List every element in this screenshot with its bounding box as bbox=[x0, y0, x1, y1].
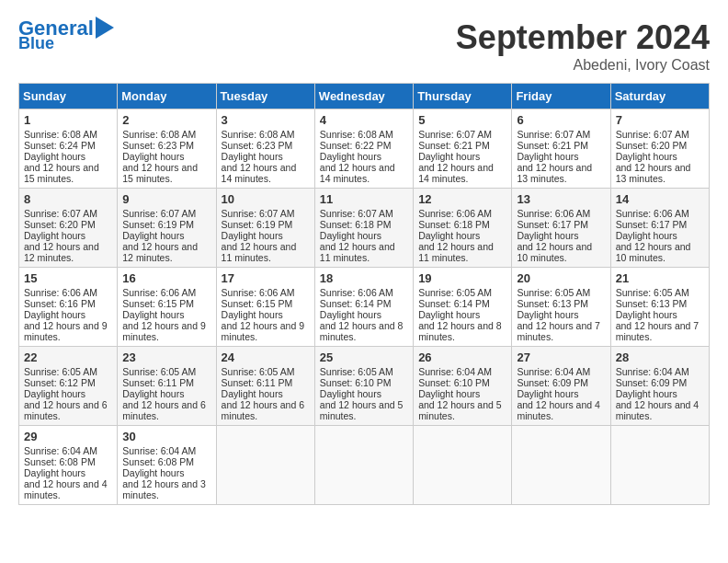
calendar-cell: 11Sunrise: 6:07 AMSunset: 6:18 PMDayligh… bbox=[314, 189, 413, 268]
page-header: General Blue September 2024 Abedeni, Ivo… bbox=[18, 18, 710, 74]
day-number: 4 bbox=[320, 113, 408, 127]
day-number: 23 bbox=[122, 350, 210, 364]
day-number: 25 bbox=[320, 350, 408, 364]
weekday-header-monday: Monday bbox=[118, 84, 216, 109]
day-number: 14 bbox=[616, 192, 704, 206]
calendar-cell: 6Sunrise: 6:07 AMSunset: 6:21 PMDaylight… bbox=[512, 109, 610, 189]
day-number: 22 bbox=[24, 350, 112, 364]
calendar-cell: 9Sunrise: 6:07 AMSunset: 6:19 PMDaylight… bbox=[118, 189, 216, 268]
logo-arrow-icon bbox=[96, 17, 114, 39]
day-number: 26 bbox=[418, 350, 506, 364]
day-number: 18 bbox=[320, 271, 408, 285]
day-number: 6 bbox=[517, 113, 605, 127]
day-number: 1 bbox=[24, 113, 112, 127]
calendar-cell bbox=[512, 426, 610, 505]
day-number: 29 bbox=[24, 430, 112, 443]
day-number: 20 bbox=[517, 271, 605, 285]
calendar-table: SundayMondayTuesdayWednesdayThursdayFrid… bbox=[18, 83, 710, 505]
calendar-cell: 30Sunrise: 6:04 AMSunset: 6:08 PMDayligh… bbox=[118, 426, 216, 505]
calendar-cell: 24Sunrise: 6:05 AMSunset: 6:11 PMDayligh… bbox=[216, 347, 314, 426]
calendar-cell: 7Sunrise: 6:07 AMSunset: 6:20 PMDaylight… bbox=[610, 109, 709, 189]
logo-text-blue: Blue bbox=[18, 35, 54, 52]
day-number: 30 bbox=[122, 430, 210, 443]
calendar-cell: 8Sunrise: 6:07 AMSunset: 6:20 PMDaylight… bbox=[19, 189, 118, 268]
day-number: 8 bbox=[24, 192, 112, 206]
calendar-cell: 19Sunrise: 6:05 AMSunset: 6:14 PMDayligh… bbox=[414, 268, 512, 347]
calendar-week-row: 22Sunrise: 6:05 AMSunset: 6:12 PMDayligh… bbox=[19, 347, 710, 426]
day-number: 11 bbox=[320, 192, 408, 206]
month-title: September 2024 bbox=[456, 18, 710, 57]
calendar-cell: 29Sunrise: 6:04 AMSunset: 6:08 PMDayligh… bbox=[19, 426, 118, 505]
day-number: 28 bbox=[616, 350, 704, 364]
calendar-week-row: 1Sunrise: 6:08 AMSunset: 6:24 PMDaylight… bbox=[19, 109, 710, 189]
weekday-header-sunday: Sunday bbox=[19, 84, 118, 109]
calendar-week-row: 15Sunrise: 6:06 AMSunset: 6:16 PMDayligh… bbox=[19, 268, 710, 347]
day-number: 27 bbox=[517, 350, 605, 364]
day-number: 9 bbox=[122, 192, 210, 206]
weekday-header-wednesday: Wednesday bbox=[314, 84, 413, 109]
calendar-cell: 26Sunrise: 6:04 AMSunset: 6:10 PMDayligh… bbox=[414, 347, 512, 426]
calendar-cell: 10Sunrise: 6:07 AMSunset: 6:19 PMDayligh… bbox=[216, 189, 314, 268]
day-number: 5 bbox=[418, 113, 506, 127]
calendar-week-row: 8Sunrise: 6:07 AMSunset: 6:20 PMDaylight… bbox=[19, 189, 710, 268]
calendar-cell: 20Sunrise: 6:05 AMSunset: 6:13 PMDayligh… bbox=[512, 268, 610, 347]
calendar-cell: 17Sunrise: 6:06 AMSunset: 6:15 PMDayligh… bbox=[216, 268, 314, 347]
calendar-cell: 25Sunrise: 6:05 AMSunset: 6:10 PMDayligh… bbox=[314, 347, 413, 426]
day-number: 19 bbox=[418, 271, 506, 285]
calendar-cell: 4Sunrise: 6:08 AMSunset: 6:22 PMDaylight… bbox=[314, 109, 413, 189]
calendar-cell bbox=[216, 426, 314, 505]
day-number: 13 bbox=[517, 192, 605, 206]
day-number: 10 bbox=[222, 192, 310, 206]
calendar-cell bbox=[414, 426, 512, 505]
weekday-header-tuesday: Tuesday bbox=[216, 84, 314, 109]
calendar-cell: 22Sunrise: 6:05 AMSunset: 6:12 PMDayligh… bbox=[19, 347, 118, 426]
day-number: 17 bbox=[222, 271, 310, 285]
calendar-cell: 13Sunrise: 6:06 AMSunset: 6:17 PMDayligh… bbox=[512, 189, 610, 268]
calendar-cell: 14Sunrise: 6:06 AMSunset: 6:17 PMDayligh… bbox=[610, 189, 709, 268]
calendar-cell: 1Sunrise: 6:08 AMSunset: 6:24 PMDaylight… bbox=[19, 109, 118, 189]
location-subtitle: Abedeni, Ivory Coast bbox=[456, 57, 710, 74]
calendar-week-row: 29Sunrise: 6:04 AMSunset: 6:08 PMDayligh… bbox=[19, 426, 710, 505]
day-number: 21 bbox=[616, 271, 704, 285]
calendar-cell: 3Sunrise: 6:08 AMSunset: 6:23 PMDaylight… bbox=[216, 109, 314, 189]
calendar-cell bbox=[314, 426, 413, 505]
weekday-header-thursday: Thursday bbox=[414, 84, 512, 109]
day-number: 15 bbox=[24, 271, 112, 285]
calendar-cell bbox=[610, 426, 709, 505]
calendar-cell: 16Sunrise: 6:06 AMSunset: 6:15 PMDayligh… bbox=[118, 268, 216, 347]
calendar-cell: 18Sunrise: 6:06 AMSunset: 6:14 PMDayligh… bbox=[314, 268, 413, 347]
logo: General Blue bbox=[18, 18, 114, 52]
calendar-cell: 21Sunrise: 6:05 AMSunset: 6:13 PMDayligh… bbox=[610, 268, 709, 347]
day-number: 7 bbox=[616, 113, 704, 127]
calendar-cell: 28Sunrise: 6:04 AMSunset: 6:09 PMDayligh… bbox=[610, 347, 709, 426]
title-area: September 2024 Abedeni, Ivory Coast bbox=[456, 18, 710, 74]
day-number: 12 bbox=[418, 192, 506, 206]
weekday-header-saturday: Saturday bbox=[610, 84, 709, 109]
calendar-cell: 2Sunrise: 6:08 AMSunset: 6:23 PMDaylight… bbox=[118, 109, 216, 189]
day-number: 16 bbox=[122, 271, 210, 285]
day-number: 2 bbox=[122, 113, 210, 127]
weekday-header-row: SundayMondayTuesdayWednesdayThursdayFrid… bbox=[19, 84, 710, 109]
day-number: 24 bbox=[222, 350, 310, 364]
calendar-cell: 5Sunrise: 6:07 AMSunset: 6:21 PMDaylight… bbox=[414, 109, 512, 189]
calendar-cell: 12Sunrise: 6:06 AMSunset: 6:18 PMDayligh… bbox=[414, 189, 512, 268]
weekday-header-friday: Friday bbox=[512, 84, 610, 109]
calendar-cell: 23Sunrise: 6:05 AMSunset: 6:11 PMDayligh… bbox=[118, 347, 216, 426]
calendar-cell: 27Sunrise: 6:04 AMSunset: 6:09 PMDayligh… bbox=[512, 347, 610, 426]
calendar-cell: 15Sunrise: 6:06 AMSunset: 6:16 PMDayligh… bbox=[19, 268, 118, 347]
day-number: 3 bbox=[222, 113, 310, 127]
